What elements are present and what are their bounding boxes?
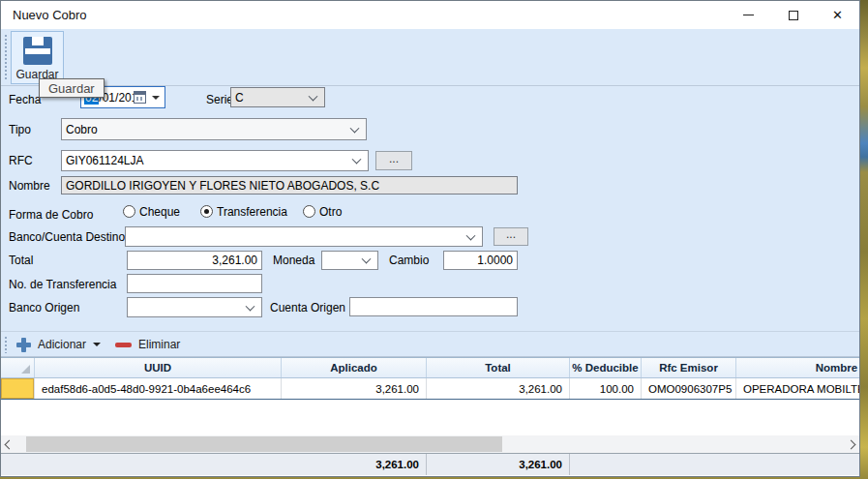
toolbar-grip[interactable] [4,34,9,80]
minimize-icon [743,15,754,15]
scrollbar-thumb[interactable] [26,436,502,452]
minimize-button[interactable] [727,1,770,29]
adicionar-caret-icon[interactable] [93,343,101,346]
serie-label: Serie [206,93,233,106]
nombre-label: Nombre [9,179,50,193]
floppy-label-stripe [25,48,50,54]
transferencia-input[interactable] [127,274,262,293]
chevron-left-icon [5,439,15,449]
close-icon: ✕ [832,9,843,21]
radio-icon [123,205,135,218]
radio-otro[interactable]: Otro [303,205,351,219]
scroll-right-button[interactable] [843,435,859,453]
chevron-down-icon [362,254,372,264]
nombre-value: GORDILLO IRIGOYEN Y FLORES NIETO ABOGADO… [66,179,379,193]
tipo-select[interactable]: Cobro [61,118,367,140]
chevron-down-icon [350,123,360,133]
radio-transferencia-label: Transferencia [217,205,287,219]
desktop-background: Nuevo Cobro ✕ Guardar [0,0,868,479]
window-title: Nuevo Cobro [13,8,87,22]
cell-rfc-emisor[interactable]: OMO0906307P5 [642,378,736,399]
eliminar-button[interactable]: Eliminar [115,334,180,355]
plus-icon [16,338,31,352]
tooltip-text: Guardar [48,81,95,96]
table-row[interactable]: edaf58d6-a0d5-48d0-9921-0b4a6ee464c6 3,2… [1,378,859,400]
banco-destino-browse-button[interactable]: ... [494,227,528,246]
title-bar[interactable]: Nuevo Cobro ✕ [1,1,859,29]
banco-destino-label: Banco/Cuenta Destino [9,230,125,244]
calendar-icon[interactable] [134,91,146,104]
cell-aplicado[interactable]: 3,261.00 [282,378,427,399]
footer-aplicado-total: 3,261.00 [282,454,427,475]
cell-deducible[interactable]: 100.00 [570,378,642,399]
minus-icon [115,343,132,347]
transferencia-label: No. de Transferencia [9,278,116,291]
rfc-combobox[interactable]: GIY061124LJA [61,150,369,171]
chevron-down-icon [352,155,362,165]
rfc-value: GIY061124LJA [66,154,144,167]
cuenta-origen-input[interactable] [349,297,518,316]
moneda-label: Moneda [273,254,314,267]
rfc-label: RFC [9,154,33,167]
serie-value: C [235,91,244,105]
main-toolbar: Guardar [1,29,859,86]
radio-cheque-label: Cheque [139,205,180,219]
select-all-triangle-icon [21,365,30,374]
row-indicator-header[interactable] [1,358,35,377]
dialog-window: Nuevo Cobro ✕ Guardar [0,0,860,477]
column-header-total[interactable]: Total [427,358,570,377]
scroll-left-button[interactable] [1,435,17,453]
chevron-down-icon [466,230,476,240]
maximize-button[interactable] [771,1,815,29]
cambio-value: 1.0000 [477,254,513,267]
banco-origen-select[interactable] [127,297,262,317]
horizontal-scrollbar[interactable] [1,435,859,453]
chevron-down-icon [246,301,255,311]
row-selector-cell[interactable] [1,378,35,399]
grid-toolbar-grip[interactable] [4,336,9,353]
nombre-field: GORDILLO IRIGOYEN Y FLORES NIETO ABOGADO… [61,176,518,195]
adicionar-button[interactable]: Adicionar [16,334,101,355]
total-label: Total [9,254,33,267]
column-header-uuid[interactable]: UUID [35,358,282,377]
chevron-down-icon [309,91,318,101]
total-value: 3,261.00 [212,254,257,267]
forma-cobro-label: Forma de Cobro [9,208,93,222]
column-header-deducible[interactable]: % Deducible [570,358,642,377]
radio-icon [303,205,315,218]
banco-destino-select[interactable] [125,226,483,247]
cell-total[interactable]: 3,261.00 [427,378,570,399]
tipo-label: Tipo [9,123,31,136]
cell-nombre-emisor[interactable]: OPERADORA MOBILTEL, S [736,378,859,399]
moneda-select[interactable] [321,251,378,270]
cambio-label: Cambio [389,254,429,267]
save-icon [23,37,52,65]
cambio-input[interactable]: 1.0000 [443,251,518,270]
maximize-icon [789,11,798,20]
close-button[interactable]: ✕ [816,1,859,29]
column-header-aplicado[interactable]: Aplicado [282,358,427,377]
chevron-right-icon [847,439,856,449]
radio-cheque[interactable]: Cheque [123,205,191,219]
save-button[interactable]: Guardar [11,31,64,84]
total-input[interactable]: 3,261.00 [127,251,262,270]
save-tooltip: Guardar [39,78,105,98]
grid-empty-area [1,400,859,435]
adicionar-label: Adicionar [38,338,86,351]
column-header-nombre-emisor[interactable]: Nombre Emisor [736,358,859,377]
cell-uuid[interactable]: edaf58d6-a0d5-48d0-9921-0b4a6ee464c6 [35,378,282,399]
fecha-dropdown-icon[interactable] [152,96,160,100]
column-header-rfc-emisor[interactable]: Rfc Emisor [642,358,736,377]
footer-total-total: 3,261.00 [427,454,570,475]
grid-footer: 3,261.00 3,261.00 [1,453,859,475]
eliminar-label: Eliminar [138,338,180,351]
radio-otro-label: Otro [319,205,342,219]
rfc-browse-button[interactable]: ... [375,151,412,170]
serie-select[interactable]: C [230,87,325,107]
fecha-label: Fecha [9,93,41,106]
cuenta-origen-label: Cuenta Origen [270,301,345,314]
radio-checked-icon [200,205,213,218]
grid-header: UUID Aplicado Total % Deducible Rfc Emis… [1,357,859,378]
banco-origen-label: Banco Origen [9,301,79,314]
radio-transferencia[interactable]: Transferencia [200,205,297,219]
